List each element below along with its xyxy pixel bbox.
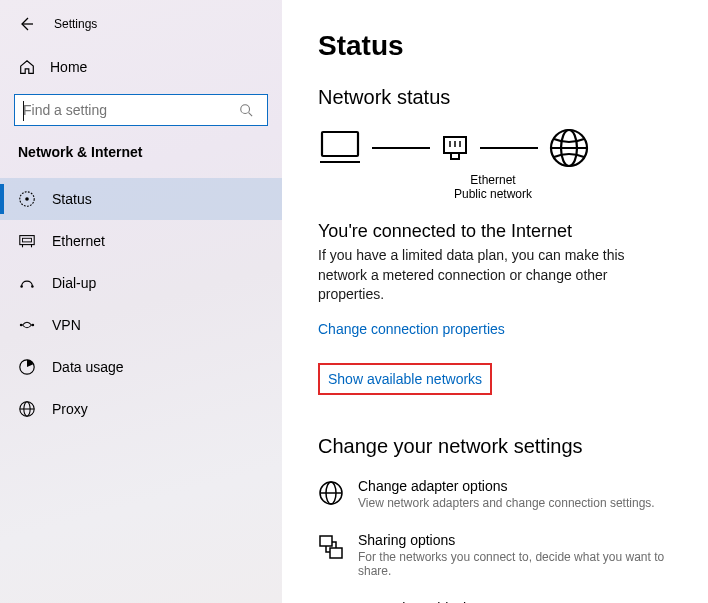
svg-point-3 — [25, 197, 29, 201]
vpn-icon — [18, 316, 36, 334]
globe-icon — [548, 127, 590, 169]
nav-label: VPN — [52, 317, 81, 333]
nav-label: Dial-up — [52, 275, 96, 291]
search-box[interactable] — [14, 94, 268, 126]
network-diagram — [318, 127, 688, 169]
text-caret — [23, 101, 24, 121]
ethernet-jack-icon — [440, 133, 470, 163]
link-change-connection-properties[interactable]: Change connection properties — [318, 321, 505, 337]
svg-point-8 — [20, 285, 23, 288]
svg-point-9 — [31, 285, 34, 288]
section-title-change-settings: Change your network settings — [318, 435, 688, 458]
option-change-adapter[interactable]: Change adapter options View network adap… — [318, 478, 688, 510]
connection-line — [372, 147, 430, 149]
status-icon — [18, 190, 36, 208]
svg-line-1 — [249, 113, 253, 117]
sidebar: Settings Home Network & Internet Status … — [0, 0, 282, 603]
connection-line — [480, 147, 538, 149]
svg-point-11 — [32, 324, 35, 327]
nav-list: Status Ethernet Dial-up VPN Data usage — [0, 178, 282, 430]
adapter-icon — [318, 480, 344, 506]
connected-heading: You're connected to the Internet — [318, 221, 688, 242]
home-icon — [18, 58, 36, 76]
option-desc: For the networks you connect to, decide … — [358, 550, 688, 578]
svg-point-10 — [20, 324, 23, 327]
option-sharing[interactable]: Sharing options For the networks you con… — [318, 532, 688, 578]
connected-description: If you have a limited data plan, you can… — [318, 246, 660, 305]
sharing-icon — [318, 534, 344, 560]
nav-group-title: Network & Internet — [0, 144, 282, 170]
data-usage-icon — [18, 358, 36, 376]
search-icon[interactable] — [239, 103, 267, 117]
home-label: Home — [50, 59, 87, 75]
app-title: Settings — [54, 17, 97, 31]
computer-icon — [318, 128, 362, 168]
ethernet-icon — [18, 232, 36, 250]
nav-item-ethernet[interactable]: Ethernet — [0, 220, 282, 262]
back-button[interactable] — [16, 14, 36, 34]
nav-item-vpn[interactable]: VPN — [0, 304, 282, 346]
nav-item-status[interactable]: Status — [0, 178, 282, 220]
option-desc: View network adapters and change connect… — [358, 496, 655, 510]
svg-rect-7 — [23, 238, 32, 242]
nav-label: Ethernet — [52, 233, 105, 249]
svg-point-0 — [241, 105, 250, 114]
option-title: Sharing options — [358, 532, 688, 548]
svg-rect-30 — [330, 548, 342, 558]
page-title: Status — [318, 30, 688, 62]
option-title: Change adapter options — [358, 478, 655, 494]
dialup-icon — [18, 274, 36, 292]
nav-label: Proxy — [52, 401, 88, 417]
diagram-caption: Ethernet Public network — [368, 173, 618, 201]
main-content: Status Network status Ethernet Public ne… — [282, 0, 708, 603]
network-profile: Public network — [368, 187, 618, 201]
header-row: Settings — [0, 0, 282, 44]
section-title-network-status: Network status — [318, 86, 688, 109]
home-nav-item[interactable]: Home — [0, 44, 282, 90]
nav-item-datausage[interactable]: Data usage — [0, 346, 282, 388]
nav-label: Data usage — [52, 359, 124, 375]
link-show-available-networks[interactable]: Show available networks — [318, 363, 492, 395]
proxy-icon — [18, 400, 36, 418]
svg-rect-29 — [320, 536, 332, 546]
nav-label: Status — [52, 191, 92, 207]
svg-rect-4 — [20, 236, 34, 245]
svg-rect-16 — [322, 132, 358, 156]
svg-rect-19 — [451, 153, 459, 159]
nav-item-dialup[interactable]: Dial-up — [0, 262, 282, 304]
search-input[interactable] — [15, 102, 239, 118]
connection-name: Ethernet — [368, 173, 618, 187]
nav-item-proxy[interactable]: Proxy — [0, 388, 282, 430]
